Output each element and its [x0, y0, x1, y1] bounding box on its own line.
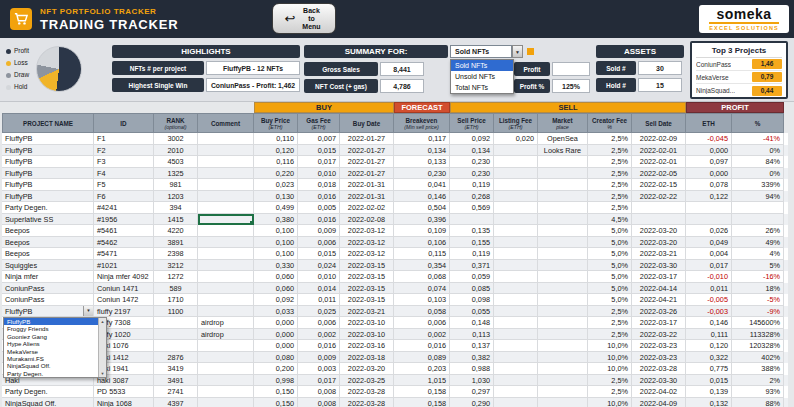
cell-r23-c2[interactable]: PD 5533 [94, 386, 154, 398]
cell-r21-c7[interactable]: 2022-03-20 [340, 363, 394, 375]
cell-r4-c10[interactable] [494, 168, 538, 180]
cell-r6-c14[interactable]: 0,122 [686, 191, 732, 203]
cell-r18-c13[interactable]: 2022-03-22 [632, 329, 686, 341]
cell-r23-c4[interactable] [198, 386, 254, 398]
cell-r15-c1[interactable]: ConiunPass [2, 294, 94, 306]
cell-r15-c14[interactable]: -0,005 [686, 294, 732, 306]
cell-r17-c8[interactable]: 0,006 [394, 317, 450, 329]
cell-r7-c5[interactable]: 0,499 [254, 202, 298, 214]
column-header-9[interactable]: Listing Fee(ETH) [494, 113, 538, 133]
cell-r21-c15[interactable]: 388% [732, 363, 784, 375]
cell-r18-c9[interactable]: 0,113 [450, 329, 494, 341]
cell-r12-c13[interactable]: 2022-03-30 [632, 260, 686, 272]
cell-r24-c9[interactable]: 0,290 [450, 398, 494, 407]
cell-r4-c8[interactable]: 0,230 [394, 168, 450, 180]
cell-r14-c7[interactable]: 2022-03-15 [340, 283, 394, 295]
cell-r23-c9[interactable]: 0,297 [450, 386, 494, 398]
cell-r13-c3[interactable]: 1272 [154, 271, 198, 283]
cell-r15-c8[interactable]: 0,103 [394, 294, 450, 306]
cell-r8-c7[interactable]: 2022-02-08 [340, 214, 394, 226]
cell-r5-c5[interactable]: 0,023 [254, 179, 298, 191]
cell-r16-c13[interactable]: 2022-03-26 [632, 306, 686, 318]
summary-option-2[interactable]: Total NFTs [451, 82, 513, 93]
cell-r19-c6[interactable]: 0,016 [298, 340, 340, 352]
cell-r19-c10[interactable] [494, 340, 538, 352]
cell-r2-c8[interactable]: 0,134 [394, 145, 450, 157]
cell-r16-c15[interactable]: -9% [732, 306, 784, 318]
cell-r20-c15[interactable]: 402% [732, 352, 784, 364]
cell-r20-c7[interactable]: 2022-03-18 [340, 352, 394, 364]
cell-r1-c7[interactable]: 2022-01-27 [340, 133, 394, 145]
cell-r11-c1[interactable]: Beepos [2, 248, 94, 260]
scroll-down-icon[interactable]: ▼ [101, 371, 105, 376]
cell-r14-c13[interactable]: 2022-04-14 [632, 283, 686, 295]
cell-r11-c10[interactable] [494, 248, 538, 260]
cell-r13-c10[interactable] [494, 271, 538, 283]
project-option-5[interactable]: Murakami.FS [4, 355, 98, 362]
cell-r18-c3[interactable] [154, 329, 198, 341]
cell-r3-c13[interactable]: 2022-02-01 [632, 156, 686, 168]
cell-r7-c8[interactable]: 0,504 [394, 202, 450, 214]
cell-r2-c3[interactable]: 2010 [154, 145, 198, 157]
cell-r1-c9[interactable]: 0,092 [450, 133, 494, 145]
cell-r14-c9[interactable]: 0,085 [450, 283, 494, 295]
cell-r20-c6[interactable]: 0,009 [298, 352, 340, 364]
cell-r14-c11[interactable] [538, 283, 588, 295]
cell-r12-c14[interactable]: 0,017 [686, 260, 732, 272]
cell-r24-c4[interactable] [198, 398, 254, 407]
cell-r13-c7[interactable]: 2022-03-15 [340, 271, 394, 283]
cell-r3-c11[interactable] [538, 156, 588, 168]
cell-r15-c12[interactable]: 5,0% [588, 294, 632, 306]
cell-r7-c15[interactable] [732, 202, 784, 214]
cell-r6-c3[interactable]: 1203 [154, 191, 198, 203]
cell-r6-c5[interactable]: 0,130 [254, 191, 298, 203]
cell-r22-c4[interactable] [198, 375, 254, 387]
cell-r4-c4[interactable] [198, 168, 254, 180]
cell-r18-c14[interactable]: 0,111 [686, 329, 732, 341]
cell-r10-c12[interactable]: 5,0% [588, 237, 632, 249]
cell-r12-c5[interactable]: 0,330 [254, 260, 298, 272]
summary-option-1[interactable]: Unsold NFTs [451, 71, 513, 82]
cell-r10-c1[interactable]: Beepos [2, 237, 94, 249]
summary-dropdown-arrow-button[interactable]: ▼ [512, 45, 523, 58]
cell-r23-c13[interactable]: 2022-04-02 [632, 386, 686, 398]
cell-r1-c5[interactable]: 0,110 [254, 133, 298, 145]
cell-r12-c12[interactable]: 5,0% [588, 260, 632, 272]
cell-r13-c5[interactable]: 0,060 [254, 271, 298, 283]
column-header-7[interactable]: Breakeven(Min sell price) [394, 113, 450, 133]
cell-r5-c12[interactable]: 2,5% [588, 179, 632, 191]
column-header-0[interactable]: PROJECT NAME [2, 113, 94, 133]
scroll-up-icon[interactable]: ▲ [101, 319, 105, 324]
cell-r22-c13[interactable]: 2022-03-30 [632, 375, 686, 387]
cell-r1-c8[interactable]: 0,117 [394, 133, 450, 145]
cell-r24-c7[interactable]: 2022-03-28 [340, 398, 394, 407]
cell-r7-c9[interactable]: 0,569 [450, 202, 494, 214]
cell-r16-c6[interactable]: 0,025 [298, 306, 340, 318]
cell-r23-c10[interactable] [494, 386, 538, 398]
cell-r2-c2[interactable]: F2 [94, 145, 154, 157]
cell-r4-c13[interactable]: 2022-02-05 [632, 168, 686, 180]
cell-r9-c11[interactable] [538, 225, 588, 237]
cell-r21-c14[interactable]: 0,775 [686, 363, 732, 375]
cell-r24-c13[interactable]: 2022-04-09 [632, 398, 686, 407]
cell-r13-c6[interactable]: 0,010 [298, 271, 340, 283]
cell-r16-c1[interactable]: FluffyPB▼ [2, 306, 94, 318]
cell-r5-c11[interactable] [538, 179, 588, 191]
cell-r2-c11[interactable]: Looks Rare [538, 145, 588, 157]
cell-r14-c3[interactable]: 589 [154, 283, 198, 295]
cell-r18-c6[interactable]: 0,002 [298, 329, 340, 341]
cell-r23-c11[interactable] [538, 386, 588, 398]
cell-r15-c4[interactable] [198, 294, 254, 306]
cell-r8-c5[interactable]: 0,380 [254, 214, 298, 226]
cell-r15-c2[interactable]: Coniun 1472 [94, 294, 154, 306]
cell-r13-c15[interactable]: -16% [732, 271, 784, 283]
cell-r21-c10[interactable] [494, 363, 538, 375]
cell-r6-c12[interactable]: 2,5% [588, 191, 632, 203]
cell-r4-c1[interactable]: FluffyPB [2, 168, 94, 180]
cell-r16-c8[interactable]: 0,058 [394, 306, 450, 318]
cell-r9-c9[interactable]: 0,135 [450, 225, 494, 237]
cell-r5-c6[interactable]: 0,018 [298, 179, 340, 191]
cell-r15-c10[interactable] [494, 294, 538, 306]
cell-r13-c11[interactable] [538, 271, 588, 283]
cell-r5-c8[interactable]: 0,041 [394, 179, 450, 191]
